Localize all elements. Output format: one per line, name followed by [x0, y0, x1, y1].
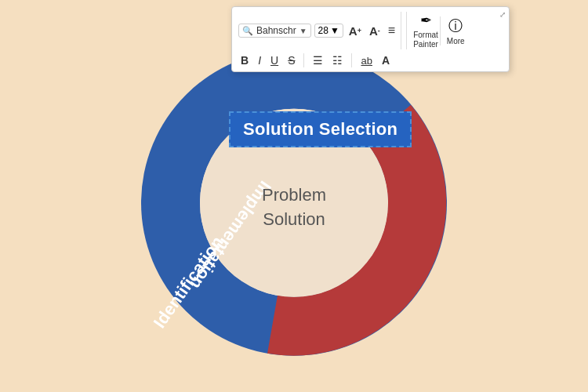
font-size-value: 28 [318, 25, 328, 36]
separator-2 [351, 53, 352, 67]
strikethrough-button[interactable]: S [285, 53, 297, 68]
font-selector[interactable]: 🔍 Bahnschr ▼ [238, 24, 311, 38]
underline2-button[interactable]: ab [358, 53, 374, 68]
italic-button[interactable]: I [256, 53, 263, 68]
solution-selection-text: Solution Selection [243, 119, 397, 139]
font-size-arrow-icon: ▼ [330, 25, 339, 36]
font-size-selector[interactable]: 28 ▼ [314, 24, 343, 38]
solution-selection-box[interactable]: Solution Selection [229, 111, 412, 147]
increase-font-button[interactable]: A+ [347, 23, 364, 39]
align-button[interactable]: ≡ [386, 22, 397, 39]
unordered-list-button[interactable]: ☷ [330, 53, 345, 68]
format-painter-section: ✒ FormatPainter ⓘ More [401, 12, 464, 49]
more-icon: ⓘ [448, 16, 463, 35]
bold-button[interactable]: B [238, 53, 251, 68]
format-painter-icon: ✒ [420, 12, 432, 29]
format-painter-button[interactable]: ✒ FormatPainter [406, 12, 438, 49]
dropdown-arrow-icon: ▼ [299, 27, 307, 35]
toolbar-row-2: B I U S ☰ ☷ ab A [238, 53, 503, 68]
ordered-list-button[interactable]: ☰ [310, 53, 325, 68]
separator-1 [303, 53, 304, 67]
diagram-container: Identification Implementation Problem So… [122, 31, 466, 376]
font-name: Bahnschr [256, 25, 296, 36]
more-label: More [447, 37, 465, 45]
more-button[interactable]: ⓘ More [440, 16, 465, 45]
diagram-svg: Identification Implementation [122, 31, 466, 376]
search-icon: 🔍 [242, 26, 253, 36]
format-painter-label: FormatPainter [413, 31, 438, 49]
collapse-button[interactable]: ⤢ [499, 10, 506, 19]
formatting-toolbar[interactable]: ⤢ 🔍 Bahnschr ▼ 28 ▼ A+ A- ≡ ✒ FormatPain… [231, 6, 510, 72]
decrease-font-button[interactable]: A- [367, 23, 383, 39]
toolbar-row-1: 🔍 Bahnschr ▼ 28 ▼ A+ A- ≡ ✒ FormatPainte… [238, 12, 503, 49]
underline-button[interactable]: U [268, 53, 281, 68]
caps-button[interactable]: A [379, 53, 392, 68]
